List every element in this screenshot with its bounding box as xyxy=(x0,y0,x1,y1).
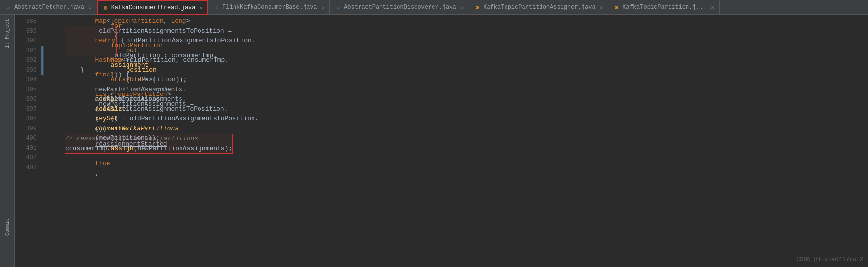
code-line-402: reassignmentStarted = true ; xyxy=(49,154,868,164)
gutter-400 xyxy=(41,134,45,143)
code-line-401: consumerTmp. assign (newPartitionAssignm… xyxy=(65,144,232,153)
sidebar: 1: Project Commit xyxy=(0,15,15,267)
tab-label: FlinkKafkaConsumerBase.java xyxy=(222,4,317,11)
line-num-392: 392 xyxy=(15,56,36,65)
line-num-397: 397 xyxy=(15,104,36,114)
code-line-400: // reassign with the new partitions xyxy=(65,134,232,144)
tab-abstract-partition-discoverer[interactable]: ☕ AbstractPartitionDiscoverer.java ✕ xyxy=(330,0,469,15)
line-numbers: 388 389 390 391 392 393 394 395 396 397 … xyxy=(15,15,41,267)
tab-label: AbstractPartitionDiscoverer.java xyxy=(344,4,456,11)
kafka-icon: ⚙ xyxy=(474,4,481,11)
gutter-394 xyxy=(41,75,45,85)
line-num-401: 401 xyxy=(15,143,36,153)
gutter-396 xyxy=(41,95,45,104)
line-num-393: 393 xyxy=(15,65,36,75)
tab-label: AbstractFetcher.java xyxy=(14,4,84,11)
tab-close-icon[interactable]: ✕ xyxy=(89,4,92,11)
kafka-icon: ⚙ xyxy=(613,4,620,11)
java-icon: ☕ xyxy=(335,4,342,11)
code-line-398: newPartitionAssignments. addAll ( conver… xyxy=(49,114,868,124)
gutter-398 xyxy=(41,114,45,124)
line-num-388: 388 xyxy=(15,17,36,26)
java-icon: ☕ xyxy=(5,4,12,11)
gutter-390 xyxy=(41,36,45,46)
line-num-398: 398 xyxy=(15,114,36,124)
tab-close-icon[interactable]: ✕ xyxy=(461,4,464,11)
line-num-396: 396 xyxy=(15,95,36,104)
gutter-392 xyxy=(41,56,44,65)
line-num-394: 394 xyxy=(15,75,36,85)
gutter-397 xyxy=(41,104,45,114)
gutter-395 xyxy=(41,85,45,95)
java-icon: ☕ xyxy=(213,4,220,11)
line-num-403: 403 xyxy=(15,163,36,172)
line-num-395: 395 xyxy=(15,85,36,95)
gutter-393 xyxy=(41,65,44,75)
line-num-391: 391 xyxy=(15,46,36,56)
gutter-402 xyxy=(41,153,45,163)
code-line-403 xyxy=(49,164,868,173)
line-num-390: 390 xyxy=(15,36,36,46)
tab-kafka-topic-partition-assigner[interactable]: ⚙ KafkaTopicPartitionAssigner.java ✕ xyxy=(469,0,608,15)
gutter-399 xyxy=(41,124,45,134)
tab-kafka-consumer-thread[interactable]: ⚙ KafkaConsumerThread.java ✕ xyxy=(97,0,208,15)
gutter-401 xyxy=(41,143,45,153)
sidebar-commit-icon[interactable]: Commit xyxy=(0,216,14,238)
code-editor[interactable]: final Map<TopicPartition, Long> oldParti… xyxy=(45,15,868,267)
line-num-400: 400 xyxy=(15,134,36,143)
main-area: 1: Project Commit 388 389 390 391 392 39… xyxy=(0,15,868,267)
gutter-389 xyxy=(41,26,45,36)
line-num-399: 399 xyxy=(15,124,36,134)
tab-label: KafkaTopicPartitionAssigner.java xyxy=(483,4,595,11)
gutter-388 xyxy=(41,17,45,26)
tab-label: KafkaTopicPartition.j... xyxy=(622,4,706,11)
sidebar-project-icon[interactable]: 1: Project xyxy=(0,17,14,50)
line-num-389: 389 xyxy=(15,26,36,36)
tab-bar: ☕ AbstractFetcher.java ✕ ⚙ KafkaConsumer… xyxy=(0,0,868,15)
tab-abstract-fetcher[interactable]: ☕ AbstractFetcher.java ✕ xyxy=(0,0,97,15)
git-gutter xyxy=(41,15,45,267)
line-num-402: 402 xyxy=(15,153,36,163)
kafka-icon: ⚙ xyxy=(102,4,109,11)
tab-close-icon[interactable]: ✕ xyxy=(199,5,203,11)
watermark: CSDN @lixia0417mul2 xyxy=(796,256,863,263)
tab-close-icon[interactable]: ✕ xyxy=(711,4,714,11)
gutter-391 xyxy=(41,46,44,56)
tab-close-icon[interactable]: ✕ xyxy=(322,4,325,11)
gutter-403 xyxy=(41,163,45,172)
tab-close-icon[interactable]: ✕ xyxy=(600,4,603,11)
tab-label: KafkaConsumerThread.java xyxy=(111,4,196,11)
tab-flink-kafka-consumer-base[interactable]: ☕ FlinkKafkaConsumerBase.java ✕ xyxy=(208,0,330,15)
tab-kafka-topic-partition[interactable]: ⚙ KafkaTopicPartition.j... ✕ xyxy=(608,0,719,15)
